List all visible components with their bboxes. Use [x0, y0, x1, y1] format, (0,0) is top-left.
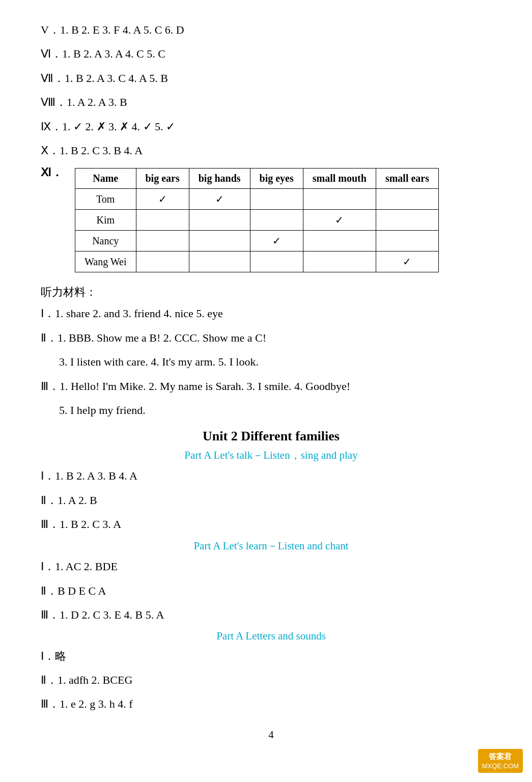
talk-ii: Ⅱ．1. A 2. B	[41, 491, 501, 510]
row-wangwei-small-ears: ✓	[376, 252, 438, 272]
part-a-talk-title: Part A Let's talk－Listen，sing and play	[41, 448, 501, 462]
row-wangwei-big-eyes	[250, 252, 303, 272]
row-nancy-name: Nancy	[75, 231, 136, 252]
row-kim-big-eyes	[250, 210, 303, 231]
listening-header: 听力材料：	[41, 285, 501, 300]
listening-iii-1: Ⅲ．1. Hello! I'm Mike. 2. My name is Sara…	[41, 377, 501, 396]
line-ix: Ⅸ．1. ✓ 2. ✗ 3. ✗ 4. ✓ 5. ✓	[41, 117, 501, 136]
talk-iii: Ⅲ．1. B 2. C 3. A	[41, 515, 501, 534]
xi-table: Name big ears big hands big eyes small m…	[75, 168, 439, 272]
row-nancy-big-hands	[189, 231, 250, 252]
table-row: Wang Wei ✓	[75, 252, 439, 272]
line-x: Ⅹ．1. B 2. C 3. B 4. A	[41, 141, 501, 160]
xi-label: Ⅺ．	[41, 165, 63, 180]
table-row: Nancy ✓	[75, 231, 439, 252]
row-wangwei-name: Wang Wei	[75, 252, 136, 272]
watermark-line1: 答案君	[482, 751, 519, 762]
talk-i: Ⅰ．1. B 2. A 3. B 4. A	[41, 466, 501, 485]
unit-title: Unit 2 Different families	[41, 429, 501, 444]
row-tom-big-hands: ✓	[189, 189, 250, 210]
watermark-line2: MXQE.COM	[482, 762, 519, 771]
col-big-eyes: big eyes	[250, 169, 303, 189]
row-nancy-big-ears	[136, 231, 189, 252]
letters-i: Ⅰ．略	[41, 647, 501, 665]
col-small-mouth: small mouth	[303, 169, 376, 189]
learn-ii: Ⅱ．B D E C A	[41, 581, 501, 600]
listening-i: Ⅰ．1. share 2. and 3. friend 4. nice 5. e…	[41, 304, 501, 323]
letters-ii: Ⅱ．1. adfh 2. BCEG	[41, 671, 501, 689]
row-kim-big-hands	[189, 210, 250, 231]
col-big-ears: big ears	[136, 169, 189, 189]
row-kim-small-mouth: ✓	[303, 210, 376, 231]
row-nancy-small-ears	[376, 231, 438, 252]
row-wangwei-big-hands	[189, 252, 250, 272]
row-nancy-big-eyes: ✓	[250, 231, 303, 252]
row-nancy-small-mouth	[303, 231, 376, 252]
learn-iii: Ⅲ．1. D 2. C 3. E 4. B 5. A	[41, 605, 501, 624]
learn-i: Ⅰ．1. AC 2. BDE	[41, 557, 501, 576]
row-tom-small-ears	[376, 189, 438, 210]
col-big-hands: big hands	[189, 169, 250, 189]
row-wangwei-small-mouth	[303, 252, 376, 272]
part-a-learn-title: Part A Let's learn－Listen and chant	[41, 539, 501, 553]
page-number: 4	[41, 729, 501, 741]
watermark: 答案君 MXQE.COM	[478, 749, 523, 773]
row-kim-name: Kim	[75, 210, 136, 231]
listening-ii-2: 3. I listen with care. 4. It's my arm. 5…	[59, 352, 501, 371]
line-viii: Ⅷ．1. A 2. A 3. B	[41, 93, 501, 111]
line-v: V．1. B 2. E 3. F 4. A 5. C 6. D	[41, 20, 501, 39]
letters-iii: Ⅲ．1. e 2. g 3. h 4. f	[41, 694, 501, 713]
row-wangwei-big-ears	[136, 252, 189, 272]
line-vii: Ⅶ．1. B 2. A 3. C 4. A 5. B	[41, 69, 501, 88]
col-small-ears: small ears	[376, 169, 438, 189]
row-tom-name: Tom	[75, 189, 136, 210]
row-tom-small-mouth	[303, 189, 376, 210]
row-tom-big-eyes	[250, 189, 303, 210]
table-row: Kim ✓	[75, 210, 439, 231]
col-name: Name	[75, 169, 136, 189]
listening-ii-1: Ⅱ．1. BBB. Show me a B! 2. CCC. Show me a…	[41, 328, 501, 347]
line-vi: Ⅵ．1. B 2. A 3. A 4. C 5. C	[41, 44, 501, 63]
table-row: Tom ✓ ✓	[75, 189, 439, 210]
part-a-letters-title: Part A Letters and sounds	[41, 630, 501, 643]
row-kim-big-ears	[136, 210, 189, 231]
row-tom-big-ears: ✓	[136, 189, 189, 210]
listening-iii-2: 5. I help my friend.	[59, 401, 501, 420]
row-kim-small-ears	[376, 210, 438, 231]
